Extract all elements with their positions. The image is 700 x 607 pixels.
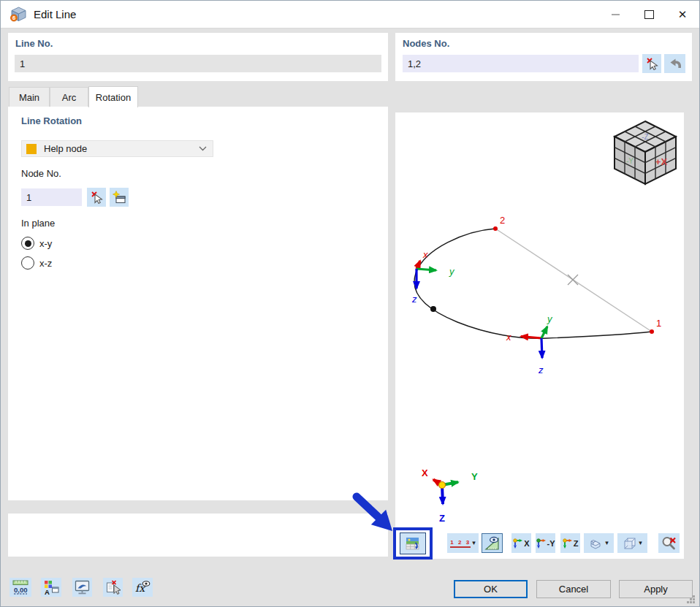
rotation-type-dropdown[interactable]: Help node (21, 140, 213, 157)
cube-view-icon (623, 537, 637, 550)
screen-view-button[interactable] (72, 578, 92, 597)
display-colors-icon: A (43, 579, 59, 595)
view-in-z-button[interactable]: Z (560, 533, 580, 553)
cube-left-label: -Y (626, 157, 634, 165)
svg-text:Z: Z (439, 513, 445, 524)
view-in-minus-y-button[interactable]: -Y (536, 533, 555, 553)
radio-xy-circle (21, 237, 34, 250)
help-node-color-swatch (26, 144, 37, 154)
show-dimensions-button[interactable] (482, 533, 503, 553)
tab-arc[interactable]: Arc (50, 87, 88, 107)
cube-view-button[interactable]: ▾ (617, 533, 647, 553)
rotation-panel: Line Rotation Help node Node No. 1 In (8, 107, 388, 500)
svg-text:y: y (449, 266, 455, 277)
tab-main-label: Main (19, 92, 39, 103)
chevron-down-icon (199, 146, 207, 151)
maximize-icon (644, 10, 654, 19)
fx-eye-icon: fx (134, 579, 151, 595)
undo-icon (668, 58, 682, 70)
line-preview-drawing: 2 1 x y z x y z (395, 112, 684, 559)
line-rotation-heading: Line Rotation (21, 115, 82, 126)
svg-text:z: z (411, 294, 417, 305)
title-bar: 6 Edit Line ✕ (1, 1, 699, 28)
logo-badge: 6 (12, 15, 15, 21)
units-settings-button[interactable]: 0,00 (9, 578, 31, 597)
radio-xz-label: x-z (39, 258, 52, 269)
arc-control-point (430, 306, 436, 312)
node-1-dot[interactable] (650, 329, 654, 334)
tab-rotation-label: Rotation (96, 92, 131, 103)
axis-x-view-icon (513, 538, 522, 549)
close-button[interactable]: ✕ (666, 1, 699, 28)
cursor-deselect-icon (645, 57, 658, 70)
cursor-deselect-icon (90, 191, 103, 204)
in-plane-label: In plane (21, 218, 55, 229)
window-controls: ✕ (598, 1, 699, 28)
numbering-button[interactable]: 1 2 3 ▾ (447, 533, 479, 553)
units-value: 0,00 (14, 585, 28, 593)
line-no-label: Line No. (15, 38, 53, 49)
radio-xy-label: x-y (39, 238, 52, 249)
comment-box (8, 514, 388, 557)
cube-top-label: -Z (642, 133, 648, 141)
node-2-label: 2 (500, 215, 505, 226)
global-axes: X Y Z (422, 467, 478, 524)
monitor-icon (74, 579, 91, 595)
radio-xy-dot (25, 240, 31, 247)
tab-main[interactable]: Main (9, 87, 50, 107)
svg-text:y: y (547, 313, 553, 324)
axis-z-view-icon (563, 538, 572, 549)
ok-button[interactable]: OK (454, 580, 528, 598)
line-no-groupbox: Line No. 1 (8, 33, 388, 81)
svg-text:X: X (422, 467, 428, 478)
app-logo-icon: 6 (10, 7, 27, 22)
formula-visibility-button[interactable]: fx (132, 578, 153, 597)
photorealistic-display-button[interactable] (400, 532, 426, 554)
cube-right-label: +X (655, 156, 668, 167)
arc-curve[interactable] (414, 229, 652, 338)
cancel-zoom-button[interactable] (658, 533, 680, 553)
radio-plane-xz[interactable]: x-z (21, 256, 52, 270)
svg-text:Y: Y (471, 471, 478, 482)
svg-text:x: x (506, 332, 511, 343)
select-nodes-button[interactable] (642, 54, 661, 73)
local-axes-start: x y z (411, 249, 455, 305)
view-z-label: Z (574, 539, 579, 548)
svg-text:A: A (45, 588, 50, 595)
maximize-button[interactable] (632, 1, 666, 28)
select-node-button[interactable] (87, 188, 106, 207)
nodes-no-input[interactable]: 1,2 (403, 55, 639, 72)
annotation-highlight-box (393, 527, 433, 560)
node-no-input[interactable]: 1 (21, 188, 82, 206)
pick-apply-button[interactable] (103, 578, 123, 597)
node-no-label: Node No. (21, 168, 61, 179)
display-properties-button[interactable]: A (41, 578, 61, 597)
cancel-button[interactable]: Cancel (536, 580, 611, 598)
radio-plane-xy[interactable]: x-y (21, 237, 52, 250)
rotation-type-value: Help node (44, 143, 199, 154)
resize-grip[interactable] (685, 594, 696, 604)
close-icon: ✕ (678, 8, 688, 21)
dropdown-caret-icon: ▾ (605, 540, 609, 546)
svg-text:x: x (422, 249, 428, 260)
radio-xz-circle (21, 256, 34, 270)
isometric-view-button[interactable]: ▾ (584, 533, 614, 553)
svg-text:z: z (538, 364, 544, 375)
nodes-no-label: Nodes No. (403, 38, 449, 49)
revert-button[interactable] (664, 54, 685, 73)
navigation-cube[interactable]: -Z -Y +X (615, 121, 676, 184)
view-in-x-button[interactable]: X (511, 533, 531, 553)
ruler-eye-icon (484, 535, 500, 551)
new-node-button[interactable] (110, 188, 129, 207)
tab-rotation[interactable]: Rotation (88, 86, 138, 107)
apply-button[interactable]: Apply (619, 580, 693, 598)
dropdown-caret-icon: ▾ (639, 540, 642, 546)
graphics-viewport[interactable]: 2 1 x y z x y z (395, 112, 684, 559)
view-y-label: -Y (547, 539, 555, 548)
line-no-input[interactable]: 1 (15, 55, 381, 72)
window-title: Edit Line (34, 8, 76, 20)
minimize-button[interactable] (598, 1, 632, 28)
node-2-dot[interactable] (493, 226, 498, 231)
document-cursor-icon (105, 579, 121, 595)
decimal-places-icon: 0,00 (12, 579, 29, 596)
